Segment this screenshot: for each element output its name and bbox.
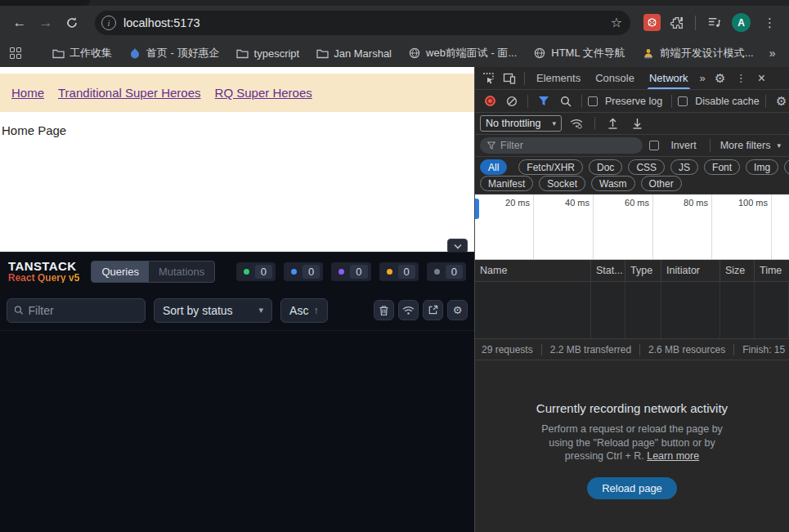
status-pill-stale[interactable]: 0 — [379, 262, 419, 281]
status-pill-fresh[interactable]: 0 — [236, 262, 276, 281]
rq-filter-input[interactable] — [29, 304, 139, 317]
tab-network[interactable]: Network — [643, 67, 695, 89]
extension-red-icon[interactable] — [643, 14, 661, 31]
chip-doc[interactable]: Doc — [589, 159, 622, 175]
chip-all[interactable]: All — [480, 159, 507, 175]
bookmark-site[interactable]: 首页 - 顶好惠企 — [123, 43, 226, 63]
more-tabs-chevron[interactable]: » — [697, 72, 709, 84]
rq-sort-direction-button[interactable]: Asc ↑ — [280, 298, 328, 323]
profile-avatar[interactable]: A — [732, 13, 751, 32]
brand-subtitle: React Query v5 — [8, 273, 79, 284]
reload-icon[interactable] — [61, 11, 83, 34]
column-time[interactable]: Time — [755, 260, 789, 281]
network-overview-timeline[interactable]: 20 ms 40 ms 60 ms 80 ms 100 ms — [475, 194, 789, 260]
chip-img[interactable]: Img — [746, 159, 778, 175]
devtools-menu-icon[interactable]: ⋮ — [732, 72, 751, 84]
timeline-left-handle[interactable] — [475, 199, 479, 219]
chip-fetch-xhr[interactable]: Fetch/XHR — [518, 159, 583, 175]
chip-other[interactable]: Other — [641, 176, 682, 191]
apps-grid-icon[interactable] — [10, 47, 21, 59]
column-size[interactable]: Size — [720, 260, 755, 281]
chevron-down-icon: ▾ — [258, 305, 263, 315]
chip-manifest[interactable]: Manifest — [480, 176, 533, 191]
tab-strip — [0, 0, 789, 6]
gridline — [652, 194, 653, 259]
bookmark-folder[interactable]: Jan Marshal — [310, 44, 397, 62]
chip-js[interactable]: JS — [670, 159, 698, 175]
export-har-icon[interactable] — [628, 114, 648, 133]
column-name[interactable]: Name — [475, 260, 591, 281]
extensions-puzzle-icon[interactable] — [667, 13, 687, 33]
disable-cache-checkbox[interactable] — [678, 96, 688, 106]
rq-settings-button[interactable]: ⚙ — [447, 300, 468, 320]
reload-page-button[interactable]: Reload page — [587, 477, 677, 499]
back-icon[interactable]: ← — [8, 11, 31, 34]
network-filter-field[interactable] — [480, 137, 643, 154]
tab-queries[interactable]: Queries — [92, 262, 149, 282]
bookmark-label: HTML 文件导航 — [551, 46, 625, 60]
bookmark-site[interactable]: web前端面试 - 面... — [402, 43, 522, 63]
chip-font[interactable]: Font — [704, 159, 740, 175]
bookmark-folder[interactable]: 工作收集 — [46, 43, 118, 63]
offline-mode-button[interactable] — [398, 300, 419, 320]
bookmark-site[interactable]: HTML 文件导航 — [527, 43, 631, 63]
bookmark-site[interactable]: 前端开发设计模式... — [636, 43, 760, 63]
close-icon[interactable]: × — [752, 71, 771, 86]
devtools-settings-button[interactable]: ⚙ — [711, 69, 730, 88]
clear-network-log-button[interactable] — [502, 92, 522, 111]
media-controls-icon[interactable] — [704, 13, 724, 33]
filter-toggle-button[interactable] — [534, 92, 554, 111]
chip-wasm[interactable]: Wasm — [591, 176, 635, 191]
tab-console[interactable]: Console — [589, 67, 641, 89]
external-link-icon — [428, 305, 438, 315]
url-text[interactable]: localhost:5173 — [123, 16, 200, 29]
status-pill-paused[interactable]: 0 — [331, 262, 370, 281]
devtools-tabbar: Elements Console Network » ⚙ ⋮ × — [475, 67, 789, 90]
rq-sort-select[interactable]: Sort by status ▾ — [154, 298, 272, 323]
network-search-button[interactable] — [556, 92, 576, 111]
chip-media[interactable]: Media — [784, 159, 789, 175]
rq-filter-field[interactable] — [7, 298, 146, 323]
nav-link-home[interactable]: Home — [11, 86, 44, 100]
browser-menu-icon[interactable]: ⋮ — [759, 16, 781, 30]
bookmark-star-icon[interactable]: ☆ — [611, 15, 622, 30]
bookmark-folder[interactable]: typescript — [231, 44, 306, 62]
more-filters-dropdown[interactable]: More filters ▾ — [706, 139, 784, 152]
chip-css[interactable]: CSS — [628, 159, 665, 175]
forward-icon[interactable]: → — [34, 11, 57, 34]
record-button[interactable] — [480, 92, 500, 111]
request-type-filters: All Fetch/XHR Doc CSS JS Font Img Media … — [475, 157, 789, 194]
import-har-icon[interactable] — [603, 114, 623, 133]
more-filters-label: More filters — [720, 140, 771, 151]
clear-cache-button[interactable] — [374, 300, 394, 320]
column-status[interactable]: Stat... — [591, 260, 625, 281]
column-type[interactable]: Type — [625, 260, 661, 281]
nav-link-rq-heroes[interactable]: RQ Super Heroes — [215, 86, 312, 100]
network-filter-input[interactable] — [500, 140, 635, 151]
tab-elements[interactable]: Elements — [530, 67, 587, 89]
browser-tab[interactable] — [0, 0, 90, 6]
inspect-element-icon[interactable] — [478, 69, 498, 88]
bookmarks-overflow-chevron[interactable]: » — [764, 47, 781, 60]
bookmark-label: web前端面试 - 面... — [426, 46, 517, 60]
status-pill-inactive[interactable]: 0 — [427, 262, 466, 281]
gridline — [771, 194, 772, 259]
network-settings-button[interactable]: ⚙ — [772, 92, 789, 111]
preserve-log-checkbox[interactable] — [588, 96, 598, 106]
throttling-select[interactable]: No throttling ▾ — [480, 115, 562, 132]
arrow-up-icon: ↑ — [313, 304, 319, 316]
status-pill-fetching[interactable]: 0 — [284, 262, 323, 281]
site-info-icon[interactable]: i — [101, 16, 116, 30]
device-toolbar-icon[interactable] — [500, 69, 519, 88]
invert-checkbox[interactable] — [649, 141, 659, 150]
throttling-value: No throttling — [486, 118, 540, 129]
tab-mutations[interactable]: Mutations — [149, 262, 214, 282]
chip-socket[interactable]: Socket — [539, 176, 585, 191]
address-bar[interactable]: i localhost:5173 ☆ — [95, 11, 630, 35]
network-conditions-icon[interactable] — [567, 114, 586, 133]
column-initiator[interactable]: Initiator — [661, 260, 720, 281]
popout-button[interactable] — [423, 300, 443, 320]
requests-count: 29 requests — [482, 344, 533, 355]
learn-more-link[interactable]: Learn more — [647, 450, 699, 462]
nav-link-traditional-heroes[interactable]: Tranditional Super Heroes — [58, 86, 201, 100]
